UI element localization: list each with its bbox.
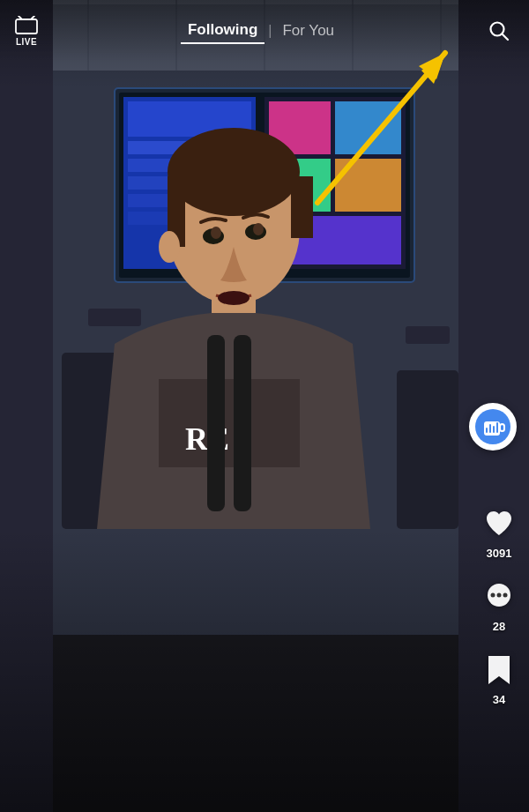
like-count: 3091 xyxy=(487,547,512,560)
right-actions: 3091 28 34 xyxy=(480,504,518,706)
profile-avatar-button[interactable] xyxy=(469,403,517,451)
svg-rect-29 xyxy=(397,370,458,529)
svg-point-64 xyxy=(491,593,495,598)
svg-point-44 xyxy=(159,231,180,263)
svg-rect-35 xyxy=(291,176,313,238)
nav-separator: | xyxy=(268,23,272,39)
live-label: LIVE xyxy=(16,37,37,47)
svg-point-46 xyxy=(253,223,264,235)
nav-tabs: Following | For You xyxy=(181,18,341,44)
svg-rect-25 xyxy=(335,159,401,212)
search-button[interactable] xyxy=(483,15,515,47)
svg-point-33 xyxy=(168,128,300,216)
svg-rect-49 xyxy=(16,19,37,34)
svg-point-65 xyxy=(497,593,502,598)
svg-point-43 xyxy=(218,291,250,305)
tab-for-you[interactable]: For You xyxy=(275,19,341,43)
svg-rect-40 xyxy=(234,335,251,511)
video-background: RE xyxy=(0,0,529,812)
svg-rect-39 xyxy=(207,335,225,511)
svg-point-66 xyxy=(503,593,508,598)
top-navigation: LIVE Following | For You xyxy=(0,0,529,62)
comment-icon xyxy=(480,577,518,616)
svg-line-53 xyxy=(503,34,509,41)
comment-count: 28 xyxy=(493,620,505,633)
bookmark-icon xyxy=(480,651,518,689)
like-action[interactable]: 3091 xyxy=(480,504,518,560)
search-icon xyxy=(488,19,510,42)
tab-following[interactable]: Following xyxy=(181,18,264,44)
svg-rect-31 xyxy=(406,326,450,344)
svg-rect-23 xyxy=(335,101,401,154)
svg-point-45 xyxy=(211,227,221,239)
bookmark-action[interactable]: 34 xyxy=(480,651,518,706)
live-badge[interactable]: LIVE xyxy=(14,16,39,47)
svg-rect-47 xyxy=(0,529,529,812)
comment-action[interactable]: 28 xyxy=(480,577,518,633)
bookmark-count: 34 xyxy=(493,693,505,706)
profile-icon xyxy=(475,409,510,444)
app-container: RE xyxy=(0,0,529,812)
heart-icon xyxy=(480,504,518,543)
svg-rect-30 xyxy=(88,309,141,326)
live-tv-icon xyxy=(14,16,39,35)
